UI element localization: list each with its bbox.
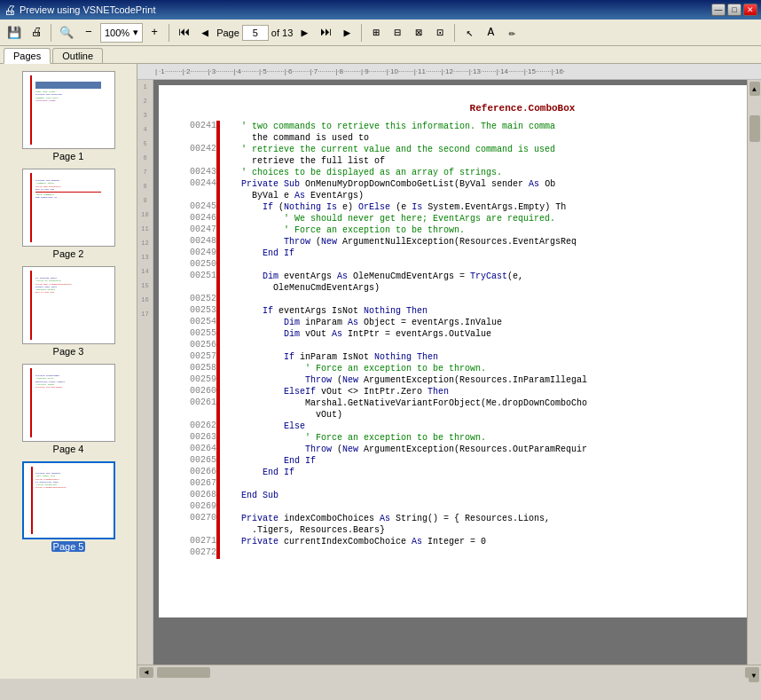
- table-row: 00264 Throw (New ArgumentException(Resou…: [177, 444, 747, 455]
- nav-prev-button[interactable]: ◀: [195, 23, 215, 43]
- table-row: 00263 ' Force an exception to be thrown.: [177, 432, 747, 444]
- code-text: End If: [220, 455, 747, 467]
- zoom-out-button[interactable]: 🔍: [56, 23, 77, 43]
- code-text: [220, 340, 747, 351]
- table-row: 00253 If eventArgs IsNot Nothing Then: [177, 305, 747, 317]
- code-text: If (Nothing Is e) OrElse (e Is System.Ev…: [220, 201, 747, 213]
- main-layout: some code lines... Private Sub Function …: [0, 64, 761, 679]
- code-text: ElseIf vOut <> IntPtr.Zero Then: [220, 386, 747, 397]
- line-number: 00242: [177, 144, 216, 155]
- table-row: 00269: [177, 501, 747, 513]
- line-number: 00272: [177, 547, 216, 559]
- zoom-value: 100%: [105, 28, 129, 38]
- line-number: 00265: [177, 455, 216, 467]
- toolbar-separator-2: [169, 24, 169, 42]
- code-text: Private Sub OnMenuMyDropDownComboGetList…: [220, 178, 747, 190]
- code-text: Dim vOut As IntPtr = eventArgs.OutValue: [220, 328, 747, 340]
- line-number: 00263: [177, 432, 216, 444]
- print-button[interactable]: 🖨: [27, 23, 46, 43]
- view-button-4[interactable]: ⊡: [430, 23, 450, 43]
- table-row: 00245 If (Nothing Is e) OrElse (e Is Sys…: [177, 201, 747, 213]
- code-text: ' retrieve the current value and the sec…: [220, 144, 747, 155]
- code-text: ' Force an exception to be thrown.: [220, 224, 747, 236]
- table-row: 00246 ' We should never get here; EventA…: [177, 213, 747, 224]
- title-bar: 🖨 Preview using VSNETcodePrint — □ ✕: [0, 0, 761, 20]
- table-row: 00252: [177, 294, 747, 305]
- line-number: 00247: [177, 224, 216, 236]
- page-thumb-1[interactable]: some code lines... Private Sub Function …: [5, 71, 131, 161]
- line-number: [177, 409, 216, 421]
- code-page[interactable]: Reference.ComboBox 00241 ' two commands …: [153, 80, 747, 665]
- line-number: 00244: [177, 178, 216, 190]
- content-area: | ·1·········|·2·········|·3·········|·4…: [137, 64, 761, 679]
- line-number: 00267: [177, 478, 216, 490]
- line-number: 00250: [177, 259, 216, 271]
- page-thumb-3[interactable]: If inParam IsNot 'Force an exception Thr…: [5, 266, 131, 357]
- code-table: 00241 ' two commands to retrieve this in…: [177, 121, 747, 559]
- vertical-scrollbar[interactable]: ▲ ▼: [747, 80, 761, 665]
- page-thumb-5[interactable]: Private Sub Handler 'Get combo list Thro…: [5, 461, 131, 552]
- zoom-increase-button[interactable]: +: [145, 23, 164, 43]
- table-row: 00243 ' choices to be displayed as an ar…: [177, 167, 747, 178]
- view-button-1[interactable]: ⊞: [366, 23, 386, 43]
- code-text: OleMenuCmdEventArgs): [220, 282, 747, 294]
- horizontal-scrollbar[interactable]: ◀ ▶: [137, 665, 761, 679]
- nav-next-button[interactable]: ▶: [294, 23, 314, 43]
- save-button[interactable]: 💾: [4, 23, 25, 43]
- app-icon: 🖨: [4, 3, 16, 17]
- toolbar-separator-4: [454, 24, 455, 42]
- nav-last-button[interactable]: ⏭: [316, 23, 335, 43]
- page-thumb-label-1: Page 1: [51, 151, 86, 161]
- line-number: 00253: [177, 305, 216, 317]
- page-thumb-label-5: Page 5: [51, 541, 86, 552]
- table-row: 00260 ElseIf vOut <> IntPtr.Zero Then: [177, 386, 747, 397]
- table-row: 00272: [177, 547, 747, 559]
- page-thumb-4[interactable]: Private indexCombo 'choices array Resour…: [5, 364, 131, 454]
- line-number: 00258: [177, 363, 216, 374]
- zoom-dropdown[interactable]: 100% ▾: [100, 23, 143, 43]
- page-thumb-label-2: Page 2: [51, 248, 86, 259]
- cursor-button[interactable]: ↖: [459, 23, 479, 43]
- close-button[interactable]: ✕: [743, 4, 757, 16]
- page-thumb-2[interactable]: Private Sub OnMenu 'comment lines Throw …: [5, 169, 131, 259]
- view-button-2[interactable]: ⊟: [388, 23, 407, 43]
- page-content: Reference.ComboBox 00241 ' two commands …: [159, 85, 747, 617]
- line-number: 00254: [177, 317, 216, 328]
- ruler-bar: | ·1·········|·2·········|·3·········|·4…: [137, 64, 761, 80]
- horizontal-scrollbar-thumb[interactable]: [157, 667, 210, 678]
- line-number: 00264: [177, 444, 216, 455]
- table-row: 00270 Private indexComboChoices As Strin…: [177, 513, 747, 524]
- code-text: ' We should never get here; EventArgs ar…: [220, 213, 747, 224]
- code-text: End Sub: [220, 490, 747, 501]
- text-button[interactable]: A: [481, 23, 500, 43]
- code-text: [220, 501, 747, 513]
- tab-pages[interactable]: Pages: [4, 48, 51, 64]
- table-row: .Tigers, Resources.Bears}: [177, 524, 747, 536]
- page-number-input[interactable]: [242, 25, 269, 41]
- line-number: 00260: [177, 386, 216, 397]
- code-text: ' Force an exception to be thrown.: [220, 432, 747, 444]
- view-button-3[interactable]: ⊠: [409, 23, 428, 43]
- nav-first-button[interactable]: ⏮: [174, 23, 193, 43]
- zoom-dropdown-arrow[interactable]: ▾: [133, 27, 138, 38]
- code-text: vOut): [220, 409, 747, 421]
- table-row: 00257 If inParam IsNot Nothing Then: [177, 351, 747, 363]
- line-number: 00243: [177, 167, 216, 178]
- minimize-button[interactable]: —: [711, 4, 726, 16]
- line-number: 00249: [177, 248, 216, 259]
- zoom-decrease-button[interactable]: −: [79, 23, 98, 43]
- tab-outline[interactable]: Outline: [52, 48, 103, 63]
- code-text: the command is used to: [220, 132, 747, 144]
- line-number: 00255: [177, 328, 216, 340]
- table-row: 00268 End Sub: [177, 490, 747, 501]
- line-number: 00256: [177, 340, 216, 351]
- nav-play-button[interactable]: ▶: [337, 23, 357, 43]
- code-header: Reference.ComboBox: [177, 103, 747, 114]
- code-text: [220, 547, 747, 559]
- highlight-button[interactable]: ✏: [502, 23, 522, 43]
- line-number: 00268: [177, 490, 216, 501]
- code-text: [220, 259, 747, 271]
- window-title: Preview using VSNETcodePrint: [20, 4, 155, 15]
- maximize-button[interactable]: □: [727, 4, 741, 16]
- vertical-scrollbar-thumb[interactable]: [749, 115, 760, 142]
